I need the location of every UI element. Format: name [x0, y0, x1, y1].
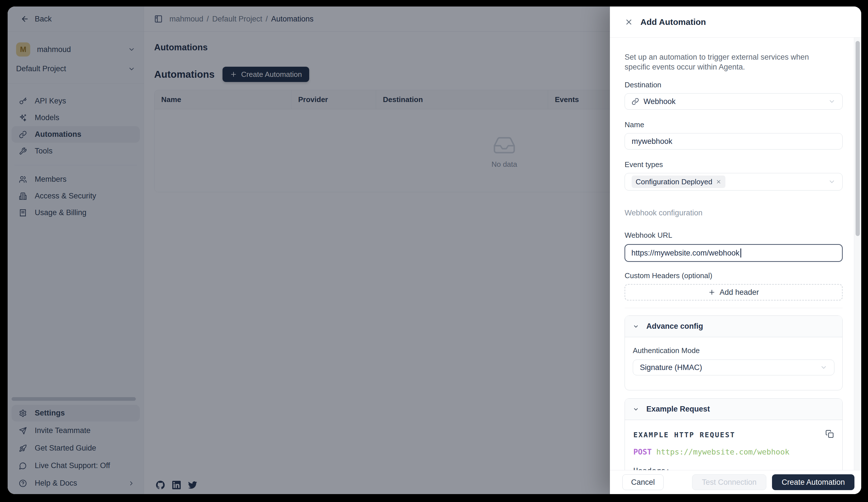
webhook-url-label: Webhook URL: [624, 231, 843, 240]
drawer-footer: Cancel Test Connection Create Automation: [610, 470, 861, 494]
advance-config-panel: Advance config Authentication Mode Signa…: [624, 315, 843, 390]
link-icon: [632, 98, 639, 105]
example-http-request-heading: EXAMPLE HTTP REQUEST: [633, 431, 735, 439]
auth-mode-value: Signature (HMAC): [640, 363, 702, 372]
event-type-tag-label: Configuration Deployed: [636, 178, 712, 186]
drawer-description: Set up an automation to trigger external…: [624, 52, 836, 72]
cancel-button[interactable]: Cancel: [622, 474, 663, 490]
event-types-label: Event types: [624, 160, 843, 169]
example-request-header[interactable]: Example Request: [625, 399, 842, 420]
drawer-scrollbar-thumb[interactable]: [856, 41, 860, 236]
example-request-panel: Example Request EXAMPLE HTTP REQUEST POS…: [624, 398, 843, 470]
destination-select[interactable]: Webhook: [624, 93, 843, 110]
add-header-label: Add header: [720, 288, 759, 297]
create-automation-submit-button[interactable]: Create Automation: [772, 474, 855, 490]
chevron-down-icon: [828, 178, 836, 185]
advance-config-header[interactable]: Advance config: [625, 316, 842, 337]
tag-close-icon[interactable]: [716, 179, 722, 184]
name-input[interactable]: [624, 133, 843, 150]
app-window: Back M mahmoud Default Project: [8, 7, 861, 494]
close-icon[interactable]: [624, 18, 633, 26]
copy-icon[interactable]: [825, 430, 834, 438]
divider: [624, 308, 843, 308]
test-connection-button[interactable]: Test Connection: [692, 474, 767, 490]
destination-label: Destination: [624, 81, 843, 89]
destination-value: Webhook: [643, 97, 676, 106]
http-method: POST: [633, 448, 652, 456]
event-types-select[interactable]: Configuration Deployed: [624, 173, 843, 191]
chevron-down-icon: [820, 364, 827, 371]
chevron-down-icon: [633, 406, 639, 412]
advance-config-title: Advance config: [646, 322, 703, 331]
webhook-url-value: https://mywebsite.com/webhook: [631, 249, 740, 258]
chevron-down-icon: [828, 98, 836, 105]
name-label: Name: [624, 120, 843, 129]
drawer-title: Add Automation: [640, 17, 706, 27]
auth-mode-select[interactable]: Signature (HMAC): [633, 360, 834, 375]
drawer-body: Set up an automation to trigger external…: [610, 38, 861, 470]
example-request-headers-partial: Headers:: [633, 466, 834, 470]
http-url: https://mywebsite.com/webhook: [656, 448, 789, 456]
event-type-tag: Configuration Deployed: [632, 175, 725, 188]
add-header-button[interactable]: Add header: [624, 284, 843, 300]
add-automation-drawer: Add Automation Set up an automation to t…: [610, 7, 861, 494]
drawer-scrollbar-track: [854, 38, 861, 470]
chevron-down-icon: [633, 323, 639, 330]
example-request-line: POST https://mywebsite.com/webhook: [633, 448, 834, 456]
webhook-url-input[interactable]: https://mywebsite.com/webhook: [624, 244, 843, 262]
text-caret: [740, 249, 741, 258]
custom-headers-label: Custom Headers (optional): [624, 271, 843, 280]
auth-mode-label: Authentication Mode: [633, 346, 834, 355]
plus-icon: [708, 289, 715, 296]
webhook-configuration-label: Webhook configuration: [624, 209, 843, 217]
example-request-title: Example Request: [646, 405, 710, 413]
